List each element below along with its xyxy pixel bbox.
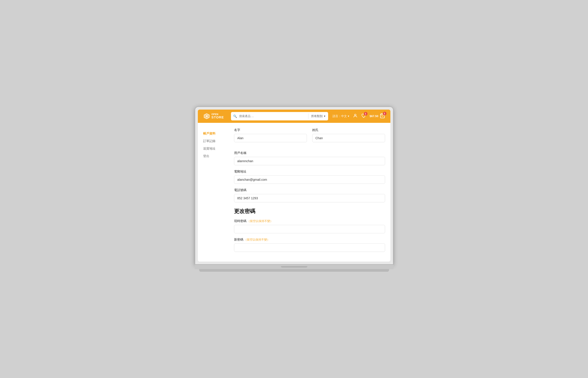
category-dropdown[interactable]: 所有類別 ▾	[308, 114, 328, 118]
svg-point-3	[354, 114, 356, 116]
new-password-group: 新密碼 （留空以保持不變）	[234, 238, 385, 252]
first-name-group: 名字	[234, 128, 307, 142]
phone-group: 電話號碼	[234, 188, 385, 202]
username-group: 用戶名稱	[234, 151, 385, 165]
current-password-label-text: 現時密碼	[234, 219, 247, 223]
current-password-group: 現時密碼 （留空以保持不變）	[234, 219, 385, 233]
last-name-group: 姓氏	[312, 128, 385, 142]
laptop-screen: 開 OPEN STORE 🔍 所有類別 ▾	[195, 107, 393, 265]
last-name-label: 姓氏	[312, 128, 385, 132]
account-form: 名字 姓氏 用戶名稱 電	[234, 128, 385, 256]
navbar: 開 OPEN STORE 🔍 所有類別 ▾	[198, 109, 390, 123]
cart-price: $67.50	[370, 114, 379, 118]
logo[interactable]: 開 OPEN STORE	[203, 113, 227, 120]
phone-label: 電話號碼	[234, 188, 385, 192]
user-icon	[353, 113, 358, 118]
laptop-notch	[281, 266, 307, 268]
new-password-label: 新密碼 （留空以保持不變）	[234, 238, 385, 242]
sidebar-item-orders[interactable]: 訂單記錄	[203, 137, 225, 145]
first-name-input[interactable]	[234, 134, 307, 142]
main-content: 帳戶資料 訂單記錄 送貨地址 登出	[198, 123, 390, 262]
name-row: 名字 姓氏	[234, 128, 385, 147]
logo-line2: STORE	[211, 116, 224, 119]
search-icon: 🔍	[231, 114, 239, 118]
laptop-frame: 開 OPEN STORE 🔍 所有類別 ▾	[195, 107, 393, 272]
language-selector[interactable]: 語言：中文 ▾	[333, 114, 349, 118]
current-password-input[interactable]	[234, 225, 385, 233]
change-password-heading: 更改密碼	[234, 208, 385, 215]
user-account-button[interactable]	[353, 113, 358, 119]
logo-icon: 開	[203, 113, 210, 120]
laptop-bottom	[199, 269, 389, 272]
laptop-base	[195, 265, 393, 269]
cart-badge: 5	[383, 112, 386, 115]
screen-inner: 開 OPEN STORE 🔍 所有類別 ▾	[198, 109, 390, 262]
username-input[interactable]	[234, 157, 385, 165]
search-input[interactable]	[239, 114, 308, 118]
first-name-label: 名字	[234, 128, 307, 132]
wishlist-button[interactable]: 5	[361, 113, 366, 119]
new-password-label-text: 新密碼	[234, 238, 243, 241]
cart-button[interactable]: $67.50 5	[370, 113, 385, 119]
last-name-input[interactable]	[312, 134, 385, 142]
new-password-input[interactable]	[234, 243, 385, 252]
sidebar-item-address[interactable]: 送貨地址	[203, 145, 225, 152]
search-bar: 🔍 所有類別 ▾	[231, 112, 328, 121]
current-password-note: （留空以保持不變）	[247, 219, 273, 223]
chevron-down-icon: ▾	[324, 114, 326, 118]
wishlist-badge: 5	[364, 112, 367, 116]
sidebar-address-label: 送貨地址	[203, 147, 216, 150]
sidebar-orders-label: 訂單記錄	[203, 139, 216, 143]
logo-text: OPEN STORE	[211, 113, 224, 119]
sidebar-account-label: 帳戶資料	[203, 132, 216, 135]
sidebar-item-logout[interactable]: 登出	[203, 152, 225, 160]
email-input[interactable]	[234, 176, 385, 184]
username-label: 用戶名稱	[234, 151, 385, 155]
category-label: 所有類別	[311, 114, 323, 118]
email-group: 電郵地址	[234, 170, 385, 184]
phone-input[interactable]	[234, 194, 385, 202]
current-password-label: 現時密碼 （留空以保持不變）	[234, 219, 385, 223]
language-label: 語言：中文	[333, 114, 347, 118]
svg-text:開: 開	[206, 115, 208, 117]
sidebar: 帳戶資料 訂單記錄 送貨地址 登出	[203, 128, 225, 256]
email-label: 電郵地址	[234, 170, 385, 174]
sidebar-logout-label: 登出	[203, 154, 209, 158]
sidebar-item-account[interactable]: 帳戶資料	[203, 130, 225, 137]
chevron-down-icon: ▾	[348, 114, 349, 118]
nav-right: 語言：中文 ▾ 5	[333, 113, 385, 119]
new-password-note: （留空以保持不變）	[244, 238, 270, 241]
